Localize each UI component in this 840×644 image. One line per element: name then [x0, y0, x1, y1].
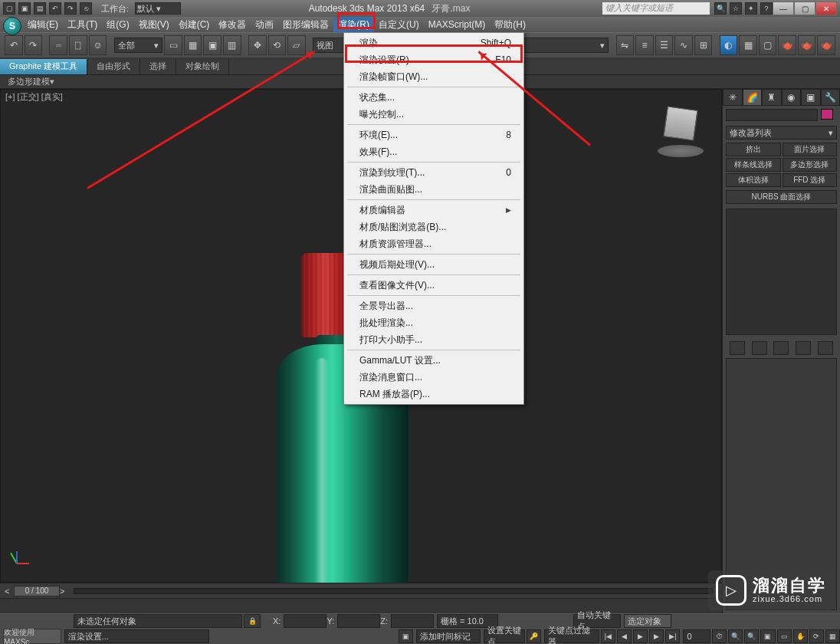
- link-button[interactable]: ⎓: [49, 35, 67, 55]
- render-iterative-button[interactable]: 🫖: [798, 35, 816, 55]
- display-tab[interactable]: ▣: [801, 89, 821, 106]
- close-button[interactable]: ✕: [815, 2, 837, 15]
- subscribe-icon[interactable]: ☆: [730, 2, 742, 15]
- redo-button[interactable]: ↷: [25, 35, 43, 55]
- menu-item[interactable]: RAM 播放器(P)...: [344, 386, 523, 402]
- render-frame-button[interactable]: ▢: [759, 35, 777, 55]
- selection-mode-button[interactable]: 样条线选择: [726, 158, 781, 172]
- nurbs-select-button[interactable]: NURBS 曲面选择: [726, 190, 837, 204]
- play-button[interactable]: ▶: [633, 629, 648, 643]
- menu-item[interactable]: 渲染到纹理(T)...0: [344, 164, 523, 181]
- y-coord-input[interactable]: [337, 614, 380, 628]
- save-icon[interactable]: ▤: [34, 2, 46, 15]
- select-name-button[interactable]: ▦: [184, 35, 202, 55]
- render-button[interactable]: 🫖: [778, 35, 796, 55]
- object-name-input[interactable]: [726, 109, 818, 121]
- exchange-icon[interactable]: ✦: [745, 2, 757, 15]
- viewport-label[interactable]: [+] [正交] [真实]: [5, 91, 63, 103]
- menu-item[interactable]: 渲染帧窗口(W)...: [344, 68, 523, 85]
- time-slider-handle[interactable]: 0 / 100: [14, 586, 60, 596]
- curve-editor-button[interactable]: ∿: [674, 35, 693, 55]
- selection-mode-button[interactable]: FFD 选择: [783, 173, 838, 187]
- selection-filter-combo[interactable]: 全部▾: [114, 38, 163, 53]
- menu-item[interactable]: 打印大小助手...: [344, 331, 523, 348]
- zoom-region-button[interactable]: ▭: [777, 629, 792, 643]
- selection-mode-button[interactable]: 体积选择: [726, 173, 781, 187]
- maxscript-listener-tab[interactable]: 欢迎使用 MAXSc: [3, 629, 61, 644]
- menu-帮助h[interactable]: 帮助(H): [490, 17, 530, 32]
- named-selection-combo[interactable]: ▾: [511, 38, 609, 53]
- key-filters-button[interactable]: 关键点过滤器...: [544, 629, 599, 643]
- time-config-button[interactable]: ⏱: [712, 629, 727, 643]
- help-icon[interactable]: ?: [760, 2, 773, 15]
- config-button[interactable]: [818, 341, 833, 355]
- help-search-input[interactable]: 键入关键字或短语: [602, 2, 710, 15]
- ribbon-tab[interactable]: Graphite 建模工具: [0, 59, 87, 74]
- link-icon[interactable]: ⎋: [80, 2, 92, 15]
- pin-stack-button[interactable]: [730, 341, 745, 355]
- undo-icon[interactable]: ↶: [49, 2, 61, 15]
- render-production-button[interactable]: 🫖: [817, 35, 835, 55]
- menu-item[interactable]: 全景导出器...: [344, 297, 523, 314]
- menu-item[interactable]: 状态集...: [344, 89, 523, 106]
- menu-item[interactable]: 效果(F)...: [344, 143, 523, 160]
- current-frame-input[interactable]: 0: [683, 629, 710, 643]
- menu-图形编辑器[interactable]: 图形编辑器: [278, 17, 333, 32]
- z-coord-input[interactable]: [391, 614, 434, 628]
- workspace-combo[interactable]: 默认 ▾: [135, 2, 181, 15]
- create-tab[interactable]: ✳: [723, 89, 743, 106]
- selection-mode-button[interactable]: 挤出: [726, 143, 781, 156]
- menu-item[interactable]: 材质编辑器▶: [344, 202, 523, 219]
- layers-button[interactable]: ☰: [655, 35, 674, 55]
- menu-item[interactable]: 材质/贴图浏览器(B)...: [344, 219, 523, 235]
- hierarchy-tab[interactable]: ♜: [762, 89, 782, 106]
- lock-selection-icon[interactable]: 🔒: [244, 614, 261, 628]
- align-button[interactable]: ≡: [635, 35, 654, 55]
- menu-修改器[interactable]: 修改器: [214, 17, 251, 32]
- selection-mode-button[interactable]: 多边形选择: [783, 158, 838, 172]
- orbit-button[interactable]: ⟳: [809, 629, 824, 643]
- zoom-all-button[interactable]: 🔍: [744, 629, 759, 643]
- selected-object-combo[interactable]: 选定对象: [624, 614, 671, 628]
- material-editor-button[interactable]: ◐: [720, 35, 738, 55]
- rotate-button[interactable]: ⟲: [268, 35, 287, 55]
- ribbon-tab[interactable]: 自由形式: [87, 59, 140, 74]
- menu-item[interactable]: 材质资源管理器...: [344, 235, 523, 252]
- bind-button[interactable]: ⎊: [89, 35, 107, 55]
- move-button[interactable]: ✥: [248, 35, 267, 55]
- goto-start-button[interactable]: |◀: [601, 629, 615, 643]
- zoom-button[interactable]: 🔍: [728, 629, 743, 643]
- mirror-button[interactable]: ⇋: [616, 35, 635, 55]
- menu-item[interactable]: 批处理渲染...: [344, 314, 523, 331]
- show-end-button[interactable]: [752, 341, 767, 355]
- motion-tab[interactable]: ◉: [782, 89, 802, 106]
- key-mode-icon[interactable]: 🔑: [527, 629, 541, 643]
- schematic-button[interactable]: ⊞: [694, 35, 713, 55]
- goto-end-button[interactable]: ▶|: [665, 629, 680, 643]
- add-time-tag[interactable]: 添加时间标记: [416, 629, 481, 643]
- render-setup-button[interactable]: ▦: [739, 35, 757, 55]
- menu-item[interactable]: 查看图像文件(V)...: [344, 277, 523, 294]
- menu-工具t[interactable]: 工具(T): [63, 17, 102, 32]
- menu-item[interactable]: 渲染Shift+Q: [344, 34, 523, 51]
- menu-item[interactable]: 曝光控制...: [344, 106, 523, 123]
- menu-item[interactable]: 环境(E)...8: [344, 127, 523, 143]
- unique-button[interactable]: [773, 341, 789, 355]
- application-menu-button[interactable]: S: [3, 17, 21, 35]
- viewcube[interactable]: [654, 104, 707, 157]
- menu-item[interactable]: 渲染设置(R)...F10: [344, 51, 523, 68]
- select-region-button[interactable]: ▣: [203, 35, 221, 55]
- select-button[interactable]: ▭: [164, 35, 182, 55]
- new-icon[interactable]: ▢: [3, 2, 15, 15]
- selection-mode-button[interactable]: 面片选择: [783, 143, 838, 156]
- utilities-tab[interactable]: 🔧: [821, 89, 841, 106]
- menu-自定义u[interactable]: 自定义(U): [374, 17, 424, 32]
- modify-tab[interactable]: 🌈: [743, 89, 763, 106]
- ribbon-tab[interactable]: 对象绘制: [176, 59, 229, 74]
- time-slider[interactable]: < 0 / 100 >: [0, 583, 722, 598]
- maximize-button[interactable]: ▢: [794, 2, 815, 15]
- menu-item[interactable]: 渲染消息窗口...: [344, 369, 523, 386]
- menu-组g[interactable]: 组(G): [102, 17, 133, 32]
- undo-button[interactable]: ↶: [5, 35, 23, 55]
- menu-编辑e[interactable]: 编辑(E): [23, 17, 63, 32]
